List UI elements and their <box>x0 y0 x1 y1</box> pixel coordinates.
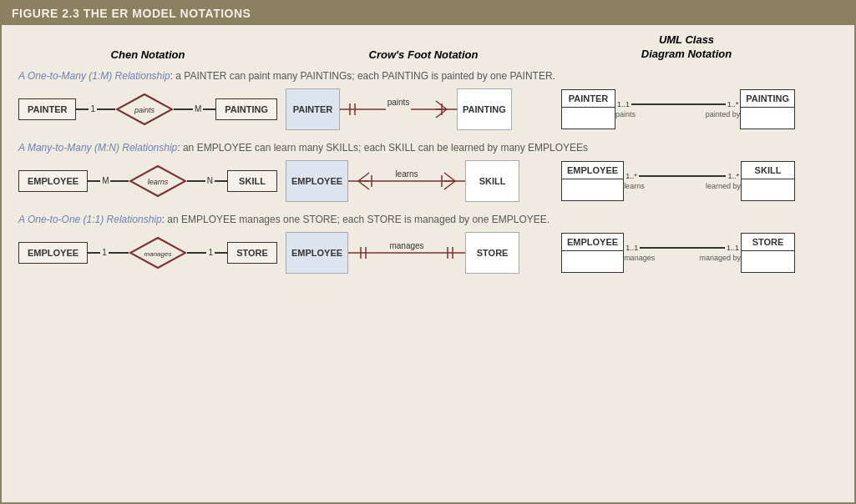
chen-diagram-2: EMPLOYEE M learns N <box>18 164 277 198</box>
chen-diagram-3: EMPLOYEE 1 manages 1 <box>18 236 277 270</box>
crows-entity-store: STORE <box>465 232 519 274</box>
notation-headers-row: Chen Notation Crow's Foot Notation UML C… <box>18 33 838 62</box>
section-one-to-one: A One-to-One (1:1) Relationship: an EMPL… <box>18 214 838 274</box>
svg-line-14 <box>358 173 369 181</box>
uml-entity-painting: PAINTING <box>740 89 795 129</box>
chen-diagram-1: PAINTER 1 paints M <box>18 93 277 126</box>
svg-line-19 <box>444 173 455 181</box>
crows-entity-painting: PAINTING <box>457 88 512 130</box>
crows-entity-skill: SKILL <box>465 160 519 202</box>
uml-header: UML Class Diagram Notation <box>570 33 803 62</box>
figure-title: FIGURE 2.3 THE ER MODEL NOTATIONS <box>12 7 251 20</box>
content-area: Chen Notation Crow's Foot Notation UML C… <box>2 25 854 294</box>
chen-entity-painter: PAINTER <box>18 98 76 120</box>
crows-entity-employee-3: EMPLOYEE <box>286 232 348 274</box>
section-one-to-many: A One-to-Many (1:M) Relationship: a PAIN… <box>18 70 838 130</box>
crows-diagram-2: EMPLOYEE learns <box>286 160 553 202</box>
uml-entity-store: STORE <box>741 233 795 273</box>
chen-diamond-paints: paints <box>115 93 174 126</box>
uml-diagram-2: EMPLOYEE 1..* 1..* learns learned by <box>561 161 795 201</box>
chen-header: Chen Notation <box>18 47 277 62</box>
crows-line-3: manages <box>348 232 465 274</box>
svg-text:learns: learns <box>396 169 418 179</box>
crows-line-1: paints <box>340 88 457 130</box>
svg-text:paints: paints <box>134 106 155 114</box>
figure-header: FIGURE 2.3 THE ER MODEL NOTATIONS <box>2 2 854 25</box>
crows-diagram-1: PAINTER paints <box>286 88 553 130</box>
chen-diamond-manages: manages <box>129 236 187 270</box>
uml-entity-employee-2: EMPLOYEE <box>561 161 624 201</box>
chen-diamond-learns: learns <box>129 164 187 198</box>
svg-text:paints: paints <box>387 98 410 107</box>
svg-line-20 <box>444 181 455 189</box>
svg-text:manages: manages <box>144 250 171 258</box>
uml-entity-painter: PAINTER <box>561 89 615 129</box>
crows-header: Crow's Foot Notation <box>286 47 561 62</box>
uml-entity-employee-3: EMPLOYEE <box>561 233 624 273</box>
svg-line-15 <box>358 181 369 189</box>
chen-entity-employee-3: EMPLOYEE <box>18 242 88 264</box>
section-3-title: A One-to-One (1:1) Relationship: an EMPL… <box>18 214 838 225</box>
chen-entity-store: STORE <box>227 242 277 264</box>
crows-entity-painter: PAINTER <box>286 88 340 130</box>
chen-entity-employee-2: EMPLOYEE <box>18 170 88 192</box>
section-many-to-many: A Many-to-Many (M:N) Relationship: an EM… <box>18 142 838 202</box>
crows-line-2: learns <box>348 160 465 202</box>
uml-entity-skill: SKILL <box>741 161 795 201</box>
crows-entity-employee-2: EMPLOYEE <box>286 160 348 202</box>
chen-entity-painting: PAINTING <box>215 98 277 120</box>
svg-text:learns: learns <box>148 178 169 186</box>
section-1-diagrams: PAINTER 1 paints M <box>18 88 838 130</box>
uml-diagram-3: EMPLOYEE 1..1 1..1 manages managed by <box>561 233 795 273</box>
chen-entity-skill: SKILL <box>227 170 277 192</box>
crows-diagram-3: EMPLOYEE manages STORE <box>286 232 553 274</box>
section-2-title: A Many-to-Many (M:N) Relationship: an EM… <box>18 142 838 154</box>
section-3-diagrams: EMPLOYEE 1 manages 1 <box>18 232 838 274</box>
page-container: FIGURE 2.3 THE ER MODEL NOTATIONS Chen N… <box>0 0 856 504</box>
uml-diagram-1: PAINTER 1..1 1..* paints painted by <box>561 89 795 129</box>
section-1-title: A One-to-Many (1:M) Relationship: a PAIN… <box>18 70 838 82</box>
svg-text:manages: manages <box>390 241 424 250</box>
section-2-diagrams: EMPLOYEE M learns N <box>18 160 838 202</box>
